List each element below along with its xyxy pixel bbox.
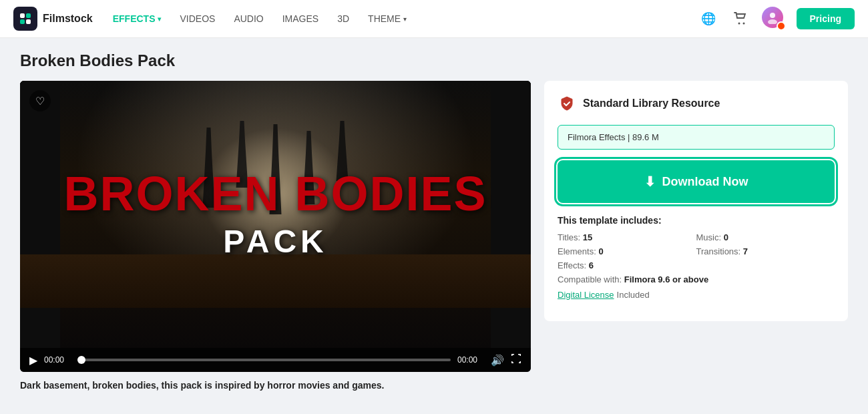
notification-badge: [777, 21, 786, 31]
svg-rect-3: [20, 19, 25, 24]
time-total: 00:00: [457, 355, 484, 365]
svg-rect-2: [26, 13, 31, 18]
progress-thumb: [77, 356, 85, 364]
volume-icon[interactable]: 🔊: [491, 354, 504, 367]
pricing-button[interactable]: Pricing: [797, 8, 855, 29]
template-includes-title: This template includes:: [558, 215, 835, 226]
stat-elements: Elements: 0: [558, 246, 696, 256]
filmora-badge-text: Filmora Effects | 89.6 M: [568, 132, 659, 142]
download-button[interactable]: ⬇ Download Now: [558, 160, 835, 203]
globe-icon[interactable]: 🌐: [698, 8, 719, 29]
logo-icon: [13, 7, 37, 31]
fullscreen-icon[interactable]: [511, 353, 521, 367]
main-content: Broken Bodies Pack: [0, 38, 868, 404]
resource-header: Standard Library Resource: [558, 94, 835, 113]
compatible-value: Filmora 9.6 or above: [624, 274, 708, 284]
video-title-line1: BROKEN BODIES: [63, 170, 487, 218]
content-area: BROKEN BODIES PACK ♡ ▶ 00:00 00:00 🔊: [20, 81, 848, 391]
page-title: Broken Bodies Pack: [20, 51, 848, 70]
stat-music: Music: 0: [696, 232, 835, 242]
avatar[interactable]: [762, 7, 786, 31]
logo-text: Filmstock: [43, 13, 93, 25]
stat-transitions: Transitions: 7: [696, 246, 835, 256]
resource-title: Standard Library Resource: [583, 97, 720, 110]
video-title-line2: PACK: [223, 223, 327, 260]
header-right: 🌐 Pricing: [698, 7, 855, 31]
stats-grid: Titles: 15 Music: 0 Elements: 0 Transiti…: [558, 232, 835, 270]
stat-titles: Titles: 15: [558, 232, 696, 242]
logo[interactable]: Filmstock: [13, 7, 93, 31]
video-text-overlay: BROKEN BODIES PACK: [20, 81, 531, 348]
main-nav: EFFECTS ▾ VIDEOS AUDIO IMAGES 3D THEME ▾: [113, 13, 698, 24]
right-panel: Standard Library Resource Filmora Effect…: [544, 81, 848, 321]
shield-icon: [558, 94, 576, 113]
video-section: BROKEN BODIES PACK ♡ ▶ 00:00 00:00 🔊: [20, 81, 531, 391]
video-thumbnail: BROKEN BODIES PACK ♡: [20, 81, 531, 348]
progress-bar[interactable]: [77, 359, 451, 361]
favorite-button[interactable]: ♡: [29, 90, 51, 112]
download-icon: ⬇: [644, 174, 656, 190]
svg-point-7: [770, 13, 775, 18]
time-current: 00:00: [44, 355, 71, 365]
compatible-row: Compatible with: Filmora 9.6 or above: [558, 274, 835, 284]
license-row: Digital License Included: [558, 290, 835, 300]
stat-effects: Effects: 6: [558, 260, 696, 270]
svg-point-5: [738, 23, 740, 25]
template-includes: This template includes: Titles: 15 Music…: [558, 215, 835, 300]
compatible-label: Compatible with:: [558, 274, 622, 284]
svg-point-8: [768, 19, 777, 24]
digital-license-link[interactable]: Digital License: [558, 290, 614, 300]
nav-effects[interactable]: EFFECTS ▾: [113, 13, 162, 24]
play-button[interactable]: ▶: [29, 354, 37, 367]
svg-rect-0: [18, 11, 33, 26]
download-label: Download Now: [662, 175, 748, 189]
video-description: Dark basement, broken bodies, this pack …: [20, 380, 531, 391]
svg-point-6: [742, 23, 744, 25]
chevron-down-icon: ▾: [158, 15, 161, 23]
nav-3d[interactable]: 3D: [337, 13, 349, 24]
nav-audio[interactable]: AUDIO: [234, 13, 263, 24]
chevron-down-icon: ▾: [403, 15, 407, 23]
video-player: BROKEN BODIES PACK ♡ ▶ 00:00 00:00 🔊: [20, 81, 531, 372]
nav-theme[interactable]: THEME ▾: [368, 13, 407, 24]
svg-rect-1: [20, 13, 25, 18]
svg-rect-4: [26, 19, 31, 24]
license-included-text: Included: [617, 290, 650, 300]
nav-videos[interactable]: VIDEOS: [180, 13, 215, 24]
cart-icon[interactable]: [730, 8, 751, 29]
header: Filmstock EFFECTS ▾ VIDEOS AUDIO IMAGES …: [0, 0, 868, 38]
nav-images[interactable]: IMAGES: [282, 13, 318, 24]
filmora-badge: Filmora Effects | 89.6 M: [558, 125, 835, 150]
video-controls: ▶ 00:00 00:00 🔊: [20, 348, 531, 372]
